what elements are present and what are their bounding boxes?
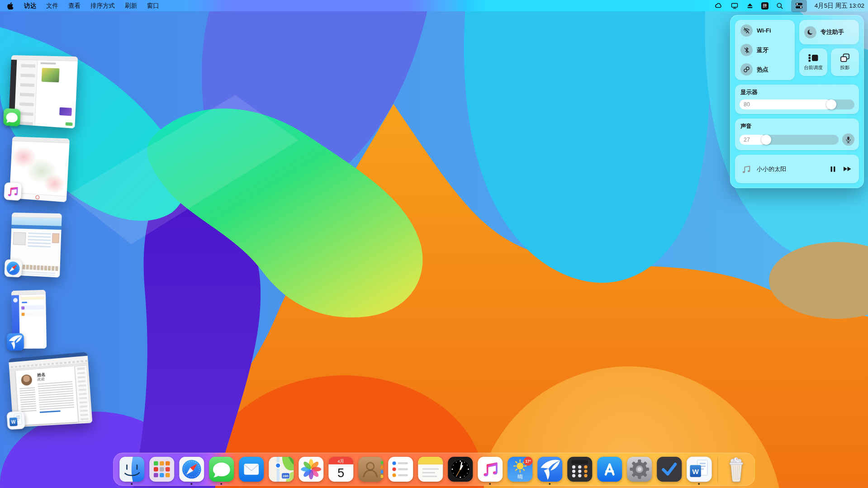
apple-menu[interactable] xyxy=(7,2,14,9)
dock-item-launchpad[interactable] xyxy=(149,456,175,482)
menu-file[interactable]: 文件 xyxy=(46,2,58,10)
display-label: 显示器 xyxy=(740,89,854,96)
bluetooth-label: 蓝牙 xyxy=(757,46,768,54)
apple-icon xyxy=(7,2,14,9)
dock-item-contacts[interactable] xyxy=(358,456,384,482)
display-icon[interactable] xyxy=(730,1,739,11)
running-indicator xyxy=(131,483,133,485)
thunder-preview-notice xyxy=(20,296,44,300)
menu-bar-right: 拼 4月5日 周五 13:02 xyxy=(714,0,868,12)
finder-icon xyxy=(119,456,145,482)
moon-icon xyxy=(804,26,816,38)
thunder-preview-logo xyxy=(13,298,18,303)
dock-item-notes[interactable] xyxy=(417,456,443,482)
thunder-app-badge xyxy=(6,333,24,351)
screen-mirroring-button[interactable]: 投影 xyxy=(831,48,859,76)
thunder-preview-tab xyxy=(22,302,27,303)
window-preview-word[interactable]: 姓名 此处 xyxy=(9,352,93,427)
wifi-toggle[interactable]: Wi-Fi xyxy=(740,24,795,37)
music-widget[interactable]: 小小的太阳 xyxy=(735,155,859,183)
focus-label: 专注助手 xyxy=(821,28,844,36)
control-center-panel: Wi-Fi 蓝牙 热点 专注助手 xyxy=(730,15,864,188)
word-preview-link-line xyxy=(40,410,61,413)
fast-forward-icon xyxy=(843,166,852,172)
dock-item-calculator[interactable] xyxy=(567,456,593,482)
dock-item-safari[interactable] xyxy=(179,456,204,482)
display-slider-thumb[interactable] xyxy=(826,99,836,109)
menu-window[interactable]: 窗口 xyxy=(147,2,159,10)
safari-preview-textlines xyxy=(28,232,51,249)
messages-preview-image xyxy=(59,107,72,116)
dock-item-trash[interactable] xyxy=(723,456,749,482)
search-icon[interactable] xyxy=(776,1,783,11)
input-source-icon[interactable]: 拼 xyxy=(761,1,768,11)
photos-icon xyxy=(298,456,324,482)
dock-item-maps[interactable] xyxy=(268,456,294,482)
dock-item-weather[interactable] xyxy=(507,456,533,482)
control-center-icon[interactable] xyxy=(791,0,807,12)
music-app-badge xyxy=(4,182,22,201)
menu-bar-left: 访达 文件 查看 排序方式 刷新 窗口 xyxy=(0,2,159,10)
input-source-label: 拼 xyxy=(761,2,768,9)
trash-icon xyxy=(723,456,749,482)
window-preview-messages[interactable] xyxy=(9,55,78,128)
microphone-button[interactable] xyxy=(842,133,854,146)
focus-toggle[interactable]: 专注助手 xyxy=(799,20,859,44)
menu-finder[interactable]: 访达 xyxy=(24,2,36,10)
dock-item-appstore[interactable] xyxy=(597,456,622,482)
calculator-icon xyxy=(567,456,593,482)
contacts-icon xyxy=(358,456,384,482)
display-value: 80 xyxy=(744,101,750,108)
menu-view[interactable]: 查看 xyxy=(68,2,81,10)
cloud-icon[interactable] xyxy=(714,1,723,11)
word-preview-document: 姓名 此处 xyxy=(15,366,78,425)
dock-item-thunder[interactable] xyxy=(537,456,563,482)
dock-item-finder[interactable] xyxy=(119,456,145,482)
safari-app-badge xyxy=(4,259,23,278)
music-track-title: 小小的太阳 xyxy=(757,165,824,173)
dock-item-mail[interactable] xyxy=(238,456,264,482)
mail-icon xyxy=(238,456,264,482)
reminders-icon xyxy=(388,456,413,482)
dock-item-music[interactable] xyxy=(477,456,503,482)
appstore-icon xyxy=(597,456,622,482)
window-preview-music[interactable] xyxy=(9,137,70,202)
hotspot-toggle[interactable]: 热点 xyxy=(740,63,795,76)
thunder-icon xyxy=(537,456,563,482)
menu-sort[interactable]: 排序方式 xyxy=(90,2,115,10)
dock-item-reminders[interactable] xyxy=(388,456,413,482)
thunder-preview-task-row-2 xyxy=(20,311,44,316)
dock-item-messages[interactable] xyxy=(209,456,234,482)
menu-refresh[interactable]: 刷新 xyxy=(125,2,137,10)
sound-slider-thumb[interactable] xyxy=(761,135,771,145)
fast-forward-button[interactable] xyxy=(842,165,853,173)
running-indicator xyxy=(489,483,491,485)
menu-bar-clock[interactable]: 4月5日 周五 13:02 xyxy=(815,2,864,10)
window-preview-thunder[interactable] xyxy=(11,290,47,349)
dock-item-clock[interactable] xyxy=(447,456,473,482)
window-preview-safari[interactable] xyxy=(10,213,62,278)
messages-preview-chat-title xyxy=(40,62,56,65)
running-indicator xyxy=(220,483,222,485)
eject-icon[interactable] xyxy=(746,1,754,11)
stage-manager-button[interactable]: 台前调度 xyxy=(799,48,827,76)
dock-item-check-app[interactable] xyxy=(656,456,682,482)
dock-item-word[interactable] xyxy=(686,456,712,482)
sound-label: 声音 xyxy=(740,123,854,130)
display-slider[interactable]: 80 xyxy=(740,99,854,109)
dock-item-photos[interactable] xyxy=(298,456,324,482)
dock-item-calendar[interactable] xyxy=(328,456,354,482)
safari-icon xyxy=(179,456,204,482)
bluetooth-toggle[interactable]: 蓝牙 xyxy=(740,44,795,56)
pause-button[interactable] xyxy=(829,165,837,173)
dock-item-settings[interactable] xyxy=(626,456,652,482)
wifi-label: Wi-Fi xyxy=(757,27,771,34)
control-center-right-column: 专注助手 台前调度 投影 xyxy=(799,20,859,80)
menu-bar: 访达 文件 查看 排序方式 刷新 窗口 拼 4月5日 周五 13:02 xyxy=(0,0,868,11)
word-preview-paragraph-lines xyxy=(38,381,75,410)
sound-slider[interactable]: 27 xyxy=(740,135,839,145)
music-preview-play-button xyxy=(35,195,39,199)
running-indicator xyxy=(190,483,192,485)
bluetooth-off-icon xyxy=(740,44,753,56)
microphone-icon xyxy=(845,136,851,143)
